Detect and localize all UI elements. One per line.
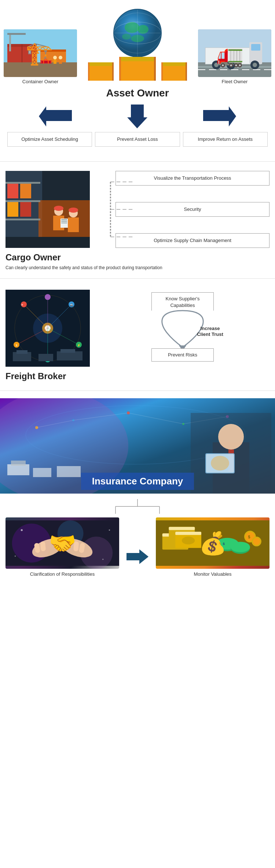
container-owner-image <box>4 29 77 77</box>
cargo-features: Visualize the Transportation Process Sec… <box>95 171 270 248</box>
insurance-bottom: Clarification of Responsibilities <box>0 494 275 585</box>
cargo-connector-lines <box>95 171 270 248</box>
svg-text:Client Trust: Client Trust <box>197 332 223 337</box>
svg-marker-49 <box>39 106 72 127</box>
svg-rect-62 <box>20 202 31 217</box>
freight-arrows: Know Supplier's Capabilities Increase Cl… <box>140 290 225 367</box>
svg-point-146 <box>15 556 16 557</box>
asset-owner-top: Container Owner <box>4 7 271 84</box>
svg-rect-140 <box>40 541 46 552</box>
cargo-layout: Visualize the Transportation Process Sec… <box>6 171 270 249</box>
svg-rect-59 <box>7 184 18 198</box>
svg-rect-1 <box>4 62 77 77</box>
freight-broker-image: ✈ 🚢 $ ⚡ <box>6 290 90 368</box>
svg-point-68 <box>69 208 78 213</box>
feature-box-optimize: Optimize Asset Scheduling <box>7 132 92 147</box>
svg-rect-55 <box>6 237 90 248</box>
svg-marker-50 <box>127 105 147 128</box>
responsibilities-label: Clarification of Responsibilities <box>30 571 95 578</box>
svg-point-14 <box>125 22 139 33</box>
svg-rect-70 <box>61 219 67 220</box>
svg-rect-152 <box>169 527 195 530</box>
insurance-sub-items: Clarification of Responsibilities <box>6 517 270 578</box>
svg-text:🚢: 🚢 <box>70 303 73 307</box>
insurance-sub-responsibilities: Clarification of Responsibilities <box>6 517 119 578</box>
insurance-connector <box>6 499 270 514</box>
svg-rect-6 <box>40 50 66 52</box>
cargo-owner-description: Can clearly understand the safety and st… <box>6 264 270 271</box>
svg-rect-72 <box>61 223 67 223</box>
svg-point-17 <box>122 34 131 40</box>
globe-center <box>86 7 189 84</box>
svg-rect-37 <box>198 66 271 68</box>
svg-rect-102 <box>60 349 75 353</box>
fleet-owner-label: Fleet Owner <box>222 79 248 84</box>
svg-rect-25 <box>88 62 89 81</box>
svg-marker-51 <box>203 106 236 127</box>
svg-rect-42 <box>251 44 260 51</box>
divider-1 <box>0 161 275 162</box>
insurance-banner: Insurance Company <box>0 398 275 494</box>
svg-point-92 <box>45 294 51 300</box>
svg-text:⚡: ⚡ <box>77 343 81 347</box>
svg-point-128 <box>211 456 229 470</box>
svg-rect-28 <box>119 57 156 61</box>
svg-text:Increase: Increase <box>200 326 220 331</box>
svg-rect-141 <box>73 541 79 552</box>
svg-point-124 <box>218 424 244 450</box>
divider-2 <box>0 278 275 279</box>
svg-text:✈: ✈ <box>21 303 23 307</box>
arrows-row <box>11 105 264 128</box>
svg-rect-12 <box>59 59 62 64</box>
svg-point-155 <box>182 536 195 544</box>
svg-rect-120 <box>33 468 51 477</box>
svg-point-44 <box>214 63 219 67</box>
svg-rect-26 <box>112 62 114 81</box>
svg-rect-8 <box>7 33 26 35</box>
svg-text:$: $ <box>16 344 18 347</box>
svg-rect-32 <box>161 62 187 66</box>
insurance-sub-valuables: $ $ Monitor Valuables <box>156 517 270 578</box>
svg-rect-61 <box>7 202 18 217</box>
freight-layout: ✈ 🚢 $ ⚡ Know Supplier's Capabilities <box>6 290 270 368</box>
svg-point-165 <box>253 538 260 545</box>
insurance-vertical-connector <box>101 499 174 514</box>
svg-marker-147 <box>126 549 148 564</box>
insurance-company-section: Insurance Company <box>0 398 275 585</box>
container-owner-block: Container Owner <box>4 29 77 84</box>
svg-rect-71 <box>61 221 67 222</box>
svg-rect-7 <box>9 33 11 51</box>
svg-rect-56 <box>6 182 40 184</box>
feature-boxes-row: Optimize Asset Scheduling Prevent Asset … <box>7 132 268 147</box>
svg-rect-24 <box>88 62 114 66</box>
center-arrow-icon <box>127 105 147 128</box>
cargo-owner-title: Cargo Owner <box>6 252 270 263</box>
fleet-owner-block: Fleet Owner <box>198 29 271 84</box>
svg-rect-118 <box>7 464 29 475</box>
svg-rect-58 <box>6 219 40 220</box>
svg-point-9 <box>53 56 57 59</box>
cargo-owner-section: Visualize the Transportation Process Sec… <box>0 165 275 275</box>
svg-text:$: $ <box>223 542 225 546</box>
valuables-label: Monitor Valuables <box>194 571 231 578</box>
svg-rect-57 <box>6 200 40 202</box>
svg-point-65 <box>54 206 63 211</box>
svg-rect-10 <box>54 59 56 64</box>
freight-broker-title: Freight Broker <box>6 371 270 381</box>
gold-boxes <box>86 55 189 84</box>
asset-owner-section: Container Owner <box>0 0 275 158</box>
svg-rect-99 <box>16 350 27 354</box>
svg-rect-154 <box>175 532 201 535</box>
svg-rect-67 <box>68 217 79 232</box>
left-arrow-icon <box>39 106 72 127</box>
svg-point-143 <box>21 529 23 531</box>
svg-rect-34 <box>186 62 187 81</box>
svg-text:$: $ <box>248 535 250 539</box>
container-owner-label: Container Owner <box>22 79 58 84</box>
svg-point-11 <box>59 56 62 59</box>
svg-point-43 <box>212 61 221 69</box>
divider-3 <box>0 391 275 391</box>
svg-point-15 <box>138 25 148 34</box>
feature-box-prevent: Prevent Asset Loss <box>95 132 180 147</box>
svg-point-145 <box>109 530 110 531</box>
